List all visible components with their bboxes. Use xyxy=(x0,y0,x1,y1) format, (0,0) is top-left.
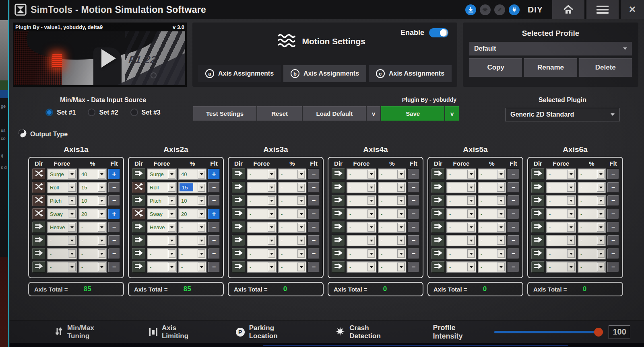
direction-button[interactable] xyxy=(332,168,345,180)
direction-button[interactable] xyxy=(332,261,345,273)
direction-button[interactable] xyxy=(431,168,445,180)
dropdown-arrow-button[interactable] xyxy=(168,170,175,179)
dropdown-arrow-button[interactable] xyxy=(268,263,275,271)
force-select[interactable]: - xyxy=(347,261,376,273)
force-select[interactable]: - xyxy=(347,195,376,206)
dropdown-arrow-button[interactable] xyxy=(367,236,375,245)
percent-select[interactable]: - xyxy=(278,182,306,193)
percent-select[interactable]: - xyxy=(78,235,107,246)
filter-toggle-button[interactable]: − xyxy=(508,195,519,206)
direction-button[interactable] xyxy=(132,222,145,233)
filter-toggle-button[interactable]: − xyxy=(308,222,320,232)
force-select[interactable]: Surge xyxy=(47,168,77,180)
force-select[interactable]: - xyxy=(546,261,576,273)
force-select[interactable]: - xyxy=(247,235,277,246)
dropdown-arrow-button[interactable] xyxy=(497,263,505,271)
percent-select[interactable]: - xyxy=(478,182,506,193)
intensity-slider[interactable] xyxy=(494,331,602,333)
percent-select[interactable]: - xyxy=(78,248,107,259)
delete-button[interactable]: Delete xyxy=(579,58,632,77)
force-select[interactable]: - xyxy=(247,168,277,180)
dropdown-arrow-button[interactable] xyxy=(268,183,275,192)
dropdown-arrow-button[interactable] xyxy=(168,183,175,192)
dropdown-arrow-button[interactable] xyxy=(597,236,605,245)
force-select[interactable]: - xyxy=(546,235,576,246)
dropdown-arrow-button[interactable] xyxy=(567,236,575,245)
output-type-row[interactable]: Output Type xyxy=(18,129,644,140)
force-select[interactable]: - xyxy=(546,182,576,193)
dropdown-arrow-button[interactable] xyxy=(98,196,105,205)
direction-button[interactable] xyxy=(232,248,245,259)
force-select[interactable]: - xyxy=(347,222,376,233)
direction-button[interactable] xyxy=(132,235,145,246)
dropdown-arrow-button[interactable] xyxy=(597,183,605,192)
dropdown-arrow-button[interactable] xyxy=(98,183,105,192)
dropdown-arrow-button[interactable] xyxy=(268,223,275,232)
dropdown-arrow-button[interactable] xyxy=(297,263,305,271)
filter-toggle-button[interactable]: − xyxy=(408,209,419,219)
tab-axis-assignments-a[interactable]: aAxis Assignments xyxy=(198,65,281,82)
filter-toggle-button[interactable]: − xyxy=(208,248,220,259)
dropdown-caret-button[interactable]: v xyxy=(445,106,459,121)
direction-button[interactable] xyxy=(232,235,245,246)
plugin-select[interactable]: Generic 2D Standard xyxy=(505,108,620,121)
dropdown-arrow-button[interactable] xyxy=(397,263,405,271)
dropdown-arrow-button[interactable] xyxy=(597,223,605,232)
dropdown-arrow-button[interactable] xyxy=(367,223,375,232)
percent-select[interactable]: - xyxy=(78,261,107,273)
force-select[interactable]: - xyxy=(446,195,476,206)
percent-select[interactable]: - xyxy=(578,222,606,233)
dropdown-arrow-button[interactable] xyxy=(497,170,505,179)
reset-button[interactable]: Reset xyxy=(257,106,302,121)
dropdown-arrow-button[interactable] xyxy=(68,170,76,179)
percent-select[interactable]: - xyxy=(278,195,306,206)
dropdown-arrow-button[interactable] xyxy=(597,249,605,258)
filter-toggle-button[interactable]: − xyxy=(208,235,220,246)
dropdown-arrow-button[interactable] xyxy=(567,183,575,192)
filter-toggle-button[interactable]: − xyxy=(408,222,419,232)
filter-toggle-button[interactable]: − xyxy=(108,222,120,232)
force-select[interactable]: - xyxy=(47,235,77,246)
percent-select[interactable]: - xyxy=(478,208,506,220)
percent-select[interactable]: - xyxy=(278,168,306,180)
force-select[interactable]: - xyxy=(347,208,376,220)
close-button[interactable]: ✕ xyxy=(621,0,644,19)
force-select[interactable]: - xyxy=(446,261,476,273)
dropdown-arrow-button[interactable] xyxy=(567,196,575,205)
percent-select[interactable]: 20 xyxy=(178,208,206,220)
percent-select[interactable]: - xyxy=(378,248,406,259)
percent-select[interactable]: - xyxy=(278,248,306,259)
percent-select[interactable]: 40 xyxy=(178,168,206,180)
dropdown-arrow-button[interactable] xyxy=(268,209,275,218)
rename-button[interactable]: Rename xyxy=(524,58,577,77)
force-select[interactable]: Surge xyxy=(147,168,177,180)
direction-button[interactable] xyxy=(32,208,45,220)
force-select[interactable]: - xyxy=(446,182,476,193)
filter-toggle-button[interactable]: + xyxy=(108,209,120,219)
dropdown-arrow-button[interactable] xyxy=(497,223,505,232)
direction-button[interactable] xyxy=(132,248,145,259)
force-select[interactable]: - xyxy=(347,235,376,246)
direction-button[interactable] xyxy=(531,248,545,259)
dropdown-arrow-button[interactable] xyxy=(367,183,375,192)
tab-axis-assignments-c[interactable]: cAxis Assignments xyxy=(369,65,452,82)
percent-select[interactable]: - xyxy=(578,208,606,220)
direction-button[interactable] xyxy=(132,261,145,273)
force-select[interactable]: - xyxy=(446,235,476,246)
dropdown-arrow-button[interactable] xyxy=(297,236,305,245)
dropdown-arrow-button[interactable] xyxy=(367,209,375,218)
force-select[interactable]: - xyxy=(347,168,376,180)
dropdown-arrow-button[interactable] xyxy=(198,183,205,192)
edit-pencil-icon[interactable] xyxy=(494,4,505,15)
direction-button[interactable] xyxy=(132,195,145,206)
direction-button[interactable] xyxy=(232,208,245,220)
dropdown-arrow-button[interactable] xyxy=(198,170,205,179)
filter-toggle-button[interactable]: − xyxy=(408,262,419,272)
dropdown-arrow-button[interactable] xyxy=(397,249,405,258)
filter-toggle-button[interactable]: − xyxy=(208,222,220,232)
direction-button[interactable] xyxy=(332,182,345,193)
direction-button[interactable] xyxy=(531,208,545,220)
radio-set-3[interactable]: Set #3 xyxy=(130,109,161,116)
filter-toggle-button[interactable]: − xyxy=(508,209,519,219)
dropdown-arrow-button[interactable] xyxy=(397,223,405,232)
